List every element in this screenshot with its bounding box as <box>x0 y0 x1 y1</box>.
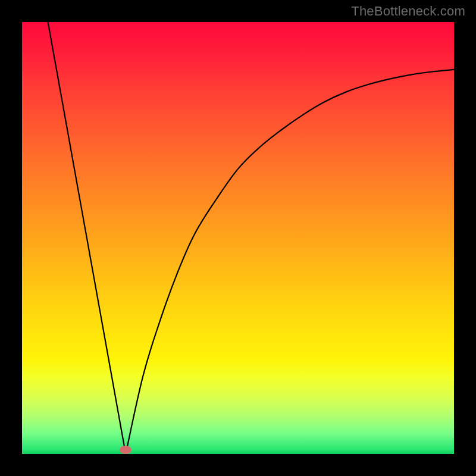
watermark-text: TheBottleneck.com <box>351 4 465 19</box>
bottleneck-curve <box>48 22 454 454</box>
curve-svg <box>22 22 454 454</box>
plot-area <box>22 22 454 454</box>
chart-frame: TheBottleneck.com <box>0 0 476 476</box>
minimum-marker-dot <box>120 446 131 454</box>
